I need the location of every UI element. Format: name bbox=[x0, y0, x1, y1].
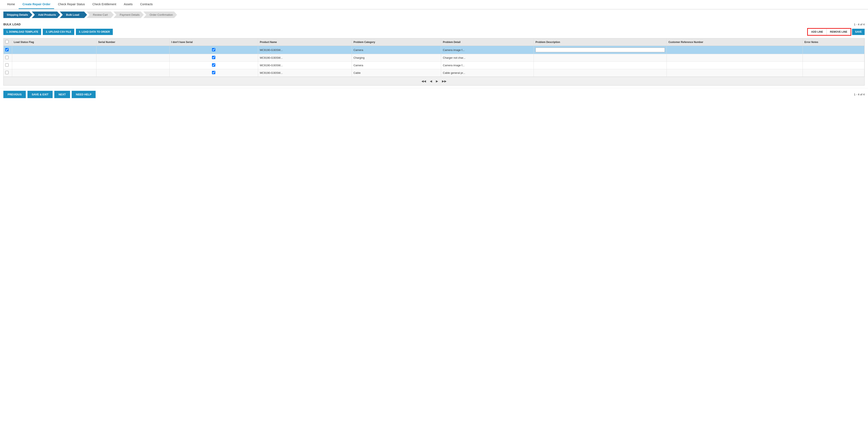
step-add-products[interactable]: Add Products bbox=[32, 11, 60, 18]
col-checkbox bbox=[4, 38, 12, 46]
step-order-confirmation[interactable]: Order Confirmation bbox=[144, 11, 177, 18]
table-header-row: Load Status Flag Serial Number I don't h… bbox=[4, 38, 864, 46]
no-serial-checkbox-2[interactable] bbox=[212, 63, 215, 67]
problem-detail-cell: Camera image f... bbox=[441, 46, 534, 54]
error-notes-cell bbox=[803, 62, 864, 69]
problem-detail-cell: Cable general pr... bbox=[441, 69, 534, 77]
serial-cell bbox=[96, 69, 169, 77]
nav-create-repair-order[interactable]: Create Repair Order bbox=[19, 0, 54, 9]
load-status-cell bbox=[12, 69, 96, 77]
no-serial-cell bbox=[169, 69, 258, 77]
col-serial: Serial Number bbox=[96, 38, 169, 46]
col-load-status: Load Status Flag bbox=[12, 38, 96, 46]
save-exit-button[interactable]: SAVE & EXIT bbox=[28, 91, 53, 98]
product-name-cell: MC9190-G30SW... bbox=[258, 46, 352, 54]
problem-category-cell: Charging bbox=[351, 54, 441, 62]
problem-category-cell: Cable bbox=[351, 69, 441, 77]
bulk-load-header: BULK LOAD 1 - 4 of 4 bbox=[3, 23, 865, 26]
row-checkbox-cell bbox=[4, 62, 12, 69]
bottom-bar: PREVIOUS SAVE & EXIT NEXT NEED HELP 1 - … bbox=[0, 88, 868, 101]
pagination-controls: ◀◀ ◀ ▶ ▶▶ bbox=[4, 77, 864, 85]
pagination-top: 1 - 4 of 4 bbox=[854, 23, 865, 26]
add-line-button[interactable]: ADD LINE bbox=[808, 29, 827, 35]
first-page-button[interactable]: ◀◀ bbox=[421, 79, 427, 83]
toolbar-right: ADD LINE REMOVE LINE SAVE bbox=[807, 28, 865, 36]
no-serial-cell bbox=[169, 46, 258, 54]
prev-page-button[interactable]: ◀ bbox=[429, 79, 433, 83]
content-area: BULK LOAD 1 - 4 of 4 1. DOWNLOAD TEMPLAT… bbox=[0, 20, 868, 88]
problem-description-cell[interactable] bbox=[534, 62, 667, 69]
customer-ref-cell bbox=[667, 46, 803, 54]
add-remove-box: ADD LINE REMOVE LINE bbox=[807, 28, 851, 36]
col-no-serial: I don't have Serial bbox=[169, 38, 258, 46]
product-name-cell: MC9190-G30SW... bbox=[258, 54, 352, 62]
no-serial-checkbox-1[interactable] bbox=[212, 56, 215, 59]
no-serial-checkbox-0[interactable] bbox=[212, 48, 215, 51]
load-status-cell bbox=[12, 46, 96, 54]
table-row: MC9190-G30SW...CameraCamera image f... bbox=[4, 62, 864, 69]
step-payment-details[interactable]: Payment Details bbox=[114, 11, 144, 18]
no-serial-cell bbox=[169, 54, 258, 62]
col-error: Error Notes bbox=[803, 38, 864, 46]
no-serial-checkbox-3[interactable] bbox=[212, 71, 215, 74]
download-template-button[interactable]: 1. DOWNLOAD TEMPLATE bbox=[3, 29, 41, 35]
select-all-checkbox[interactable] bbox=[5, 40, 9, 43]
step-bulk-load[interactable]: Bulk Load bbox=[60, 11, 87, 18]
problem-detail-cell: Charger not char... bbox=[441, 54, 534, 62]
error-notes-cell bbox=[803, 46, 864, 54]
error-notes-cell bbox=[803, 54, 864, 62]
save-button[interactable]: SAVE bbox=[852, 29, 865, 35]
serial-cell bbox=[96, 62, 169, 69]
load-status-cell bbox=[12, 54, 96, 62]
nav-check-entitlement[interactable]: Check Entitlement bbox=[89, 0, 120, 9]
customer-ref-cell bbox=[667, 54, 803, 62]
nav-check-repair-status[interactable]: Check Repair Status bbox=[54, 0, 89, 9]
problem-category-cell: Camera bbox=[351, 46, 441, 54]
table-row: MC9190-G30SW...ChargingCharger not char.… bbox=[4, 54, 864, 62]
next-page-button[interactable]: ▶ bbox=[435, 79, 439, 83]
pagination-bottom: 1 - 4 of 4 bbox=[854, 93, 865, 96]
load-data-button[interactable]: 3. LOAD DATA TO ORDER bbox=[76, 29, 113, 35]
col-detail: Problem Detail bbox=[441, 38, 534, 46]
nav-contracts[interactable]: Contracts bbox=[136, 0, 156, 9]
row-checkbox-2[interactable] bbox=[5, 63, 9, 67]
toolbar: 1. DOWNLOAD TEMPLATE 2. UPLOAD CSV FILE … bbox=[3, 28, 865, 36]
col-product: Product Name bbox=[258, 38, 352, 46]
serial-cell bbox=[96, 54, 169, 62]
row-checkbox-1[interactable] bbox=[5, 56, 9, 59]
need-help-button[interactable]: NEED HELP bbox=[72, 91, 96, 98]
error-notes-cell bbox=[803, 69, 864, 77]
table-row: MC9190-G30SW...CableCable general pr... bbox=[4, 69, 864, 77]
upload-csv-button[interactable]: 2. UPLOAD CSV FILE bbox=[43, 29, 74, 35]
previous-button[interactable]: PREVIOUS bbox=[3, 91, 26, 98]
next-button[interactable]: NEXT bbox=[54, 91, 70, 98]
nav-assets[interactable]: Assets bbox=[120, 0, 136, 9]
col-cust-ref: Customer Reference Number bbox=[667, 38, 803, 46]
row-checkbox-0[interactable] bbox=[5, 48, 9, 51]
problem-description-input[interactable] bbox=[535, 48, 665, 52]
bulk-load-title: BULK LOAD bbox=[3, 23, 21, 26]
customer-ref-cell bbox=[667, 62, 803, 69]
problem-category-cell: Camera bbox=[351, 62, 441, 69]
problem-description-cell[interactable] bbox=[534, 54, 667, 62]
nav-bar: Home Create Repair Order Check Repair St… bbox=[0, 0, 868, 9]
col-category: Problem Category bbox=[351, 38, 441, 46]
row-checkbox-cell bbox=[4, 54, 12, 62]
product-name-cell: MC9190-G30SW... bbox=[258, 69, 352, 77]
nav-home[interactable]: Home bbox=[3, 0, 19, 9]
step-review-cart[interactable]: Review Cart bbox=[87, 11, 114, 18]
table-row: MC9190-G30SW...CameraCamera image f... bbox=[4, 46, 864, 54]
step-shipping-details[interactable]: Shipping Details bbox=[3, 11, 32, 18]
bulk-load-table-wrapper: Load Status Flag Serial Number I don't h… bbox=[3, 38, 865, 86]
problem-description-cell[interactable] bbox=[534, 69, 667, 77]
load-status-cell bbox=[12, 62, 96, 69]
row-checkbox-cell bbox=[4, 69, 12, 77]
col-description: Problem Description bbox=[534, 38, 667, 46]
problem-description-cell[interactable] bbox=[534, 46, 667, 54]
problem-detail-cell: Camera image f... bbox=[441, 62, 534, 69]
last-page-button[interactable]: ▶▶ bbox=[441, 79, 447, 83]
bulk-load-table: Load Status Flag Serial Number I don't h… bbox=[4, 38, 864, 77]
customer-ref-cell bbox=[667, 69, 803, 77]
remove-line-button[interactable]: REMOVE LINE bbox=[827, 29, 851, 35]
row-checkbox-3[interactable] bbox=[5, 71, 9, 74]
